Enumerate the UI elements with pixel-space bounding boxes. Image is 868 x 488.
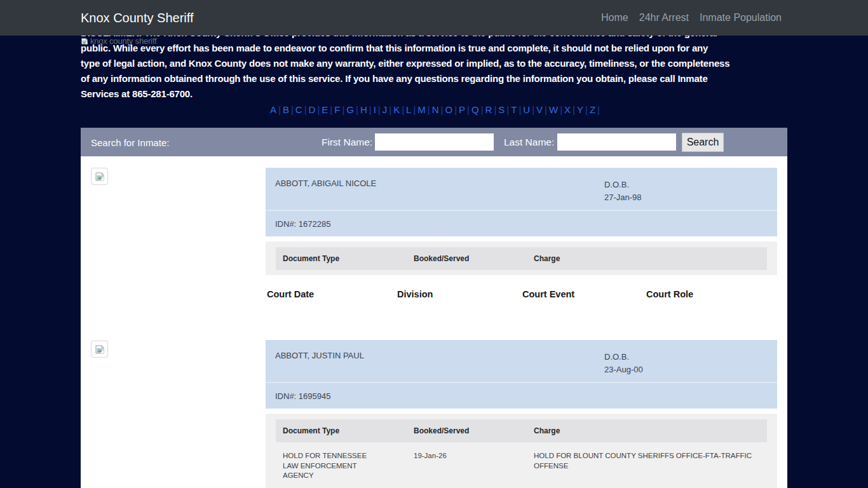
document-table: Document Type Booked/Served Charge	[266, 241, 777, 275]
dob-value: 23-Aug-00	[604, 363, 643, 376]
alphabet-separator: |	[304, 104, 307, 115]
last-name-label: Last Name:	[504, 137, 554, 148]
document-table: Document Type Booked/Served Charge HOLD …	[266, 414, 777, 488]
alphabet-link-o[interactable]: O	[443, 104, 454, 115]
alphabet-link-t[interactable]: T	[509, 104, 519, 115]
alphabet-link-v[interactable]: V	[534, 104, 545, 115]
record-header: ABBOTT, ABIGAIL NICOLE D.O.B. 27-Jan-98	[266, 168, 777, 210]
idn-value: IDN#: 1695945	[275, 391, 330, 401]
column-document-type: Document Type	[276, 254, 407, 263]
alphabet-index: A|B|C|D|E|F|G|H|I|J|K|L|M|N|O|P|Q|R|S|T|…	[81, 104, 787, 116]
inmate-idn: IDN#: 1695945	[266, 382, 777, 409]
alphabet-link-y[interactable]: Y	[575, 104, 585, 115]
alphabet-link-m[interactable]: M	[416, 104, 428, 115]
navbar-container: Knox County Sheriff Home 24hr Arrest Inm…	[81, 0, 787, 36]
nav-link-home[interactable]: Home	[601, 12, 628, 24]
navbar-links: Home 24hr Arrest Inmate Population	[601, 12, 787, 24]
document-table-header: Document Type Booked/Served Charge	[276, 247, 767, 270]
last-name-input[interactable]	[557, 133, 676, 151]
alphabet-link-e[interactable]: E	[320, 104, 330, 115]
alphabet-link-x[interactable]: X	[562, 104, 573, 115]
first-name-input[interactable]	[375, 133, 494, 151]
inmate-photo-broken-1	[91, 168, 108, 185]
column-charge: Charge	[527, 426, 767, 435]
alphabet-link-g[interactable]: G	[344, 104, 356, 115]
navbar: Knox County Sheriff Home 24hr Arrest Inm…	[0, 0, 868, 36]
search-title: Search for Inmate:	[91, 137, 169, 147]
document-type-value: HOLD FOR TENNESSEE LAW ENFORCEMENT AGENC…	[283, 451, 379, 481]
disclaimer: knox county sheriff DISCLAIMER: The Knox…	[81, 25, 787, 102]
dob-label: D.O.B.	[604, 179, 642, 191]
page-body: knox county sheriff DISCLAIMER: The Knox…	[81, 0, 787, 488]
disclaimer-line: public. While every effort has been made…	[81, 41, 787, 56]
results-area: ABBOTT, ABIGAIL NICOLE D.O.B. 27-Jan-98 …	[81, 156, 787, 488]
alphabet-link-d[interactable]: D	[307, 104, 318, 115]
table-row: HOLD FOR TENNESSEE LAW ENFORCEMENT AGENC…	[276, 442, 767, 488]
cell-booked-served: 19-Jan-26	[407, 451, 527, 481]
records-list: ABBOTT, ABIGAIL NICOLE D.O.B. 27-Jan-98 …	[266, 156, 777, 488]
inmate-record-2: ABBOTT, JUSTIN PAUL D.O.B. 23-Aug-00 IDN…	[266, 340, 777, 488]
alphabet-link-i[interactable]: I	[372, 104, 378, 115]
first-name-label: First Name:	[322, 137, 372, 148]
alphabet-link-n[interactable]: N	[430, 104, 441, 115]
broken-image-icon	[95, 172, 105, 182]
idn-value: IDN#: 1672285	[275, 219, 330, 229]
column-court-event: Court Event	[522, 289, 646, 299]
alphabet-link-q[interactable]: Q	[470, 104, 481, 115]
column-division: Division	[397, 289, 522, 299]
inmate-search-bar: Search for Inmate: First Name: Last Name…	[81, 128, 787, 156]
alphabet-separator: |	[481, 104, 484, 115]
inmate-idn: IDN#: 1672285	[266, 210, 777, 236]
inmate-dob: D.O.B. 23-Aug-00	[604, 351, 643, 376]
alphabet-link-h[interactable]: H	[358, 104, 369, 115]
column-booked-served: Booked/Served	[407, 426, 527, 435]
alphabet-link-u[interactable]: U	[521, 104, 532, 115]
record-header: ABBOTT, JUSTIN PAUL D.O.B. 23-Aug-00	[266, 340, 777, 382]
nav-link-24hr-arrest[interactable]: 24hr Arrest	[639, 12, 689, 24]
alphabet-link-l[interactable]: L	[404, 104, 413, 115]
cell-charge: HOLD FOR BLOUNT COUNTY SHERIFFS OFFICE-F…	[527, 451, 767, 481]
column-charge: Charge	[527, 254, 767, 263]
column-document-type: Document Type	[276, 426, 407, 435]
search-button[interactable]: Search	[682, 133, 724, 152]
alphabet-link-k[interactable]: K	[391, 104, 402, 115]
inmate-record-1: ABBOTT, ABIGAIL NICOLE D.O.B. 27-Jan-98 …	[266, 168, 777, 299]
alphabet-link-p[interactable]: P	[457, 104, 467, 115]
navbar-brand[interactable]: Knox County Sheriff	[81, 11, 194, 25]
dob-label: D.O.B.	[604, 351, 643, 363]
court-table-header: Court Date Division Court Event Court Ro…	[266, 289, 777, 299]
alphabet-link-z[interactable]: Z	[588, 104, 597, 115]
inmate-photo-broken-2	[91, 341, 108, 358]
column-court-role: Court Role	[646, 289, 777, 299]
alphabet-link-b[interactable]: B	[281, 104, 291, 115]
dob-value: 27-Jan-98	[604, 191, 642, 204]
broken-image-icon	[95, 344, 105, 355]
alphabet-separator: |	[597, 104, 600, 115]
alphabet-link-a[interactable]: A	[268, 104, 278, 115]
document-table-header: Document Type Booked/Served Charge	[276, 419, 767, 442]
column-court-date: Court Date	[267, 289, 397, 299]
disclaimer-line: of any information obtained through the …	[81, 71, 787, 86]
alphabet-link-c[interactable]: C	[294, 104, 304, 115]
alphabet-link-w[interactable]: W	[547, 104, 560, 115]
alphabet-link-j[interactable]: J	[381, 104, 390, 115]
inmate-name: ABBOTT, JUSTIN PAUL	[275, 351, 364, 360]
alphabet-link-r[interactable]: R	[484, 104, 494, 115]
inmate-name: ABBOTT, ABIGAIL NICOLE	[275, 179, 376, 188]
alphabet-link-s[interactable]: S	[496, 104, 506, 115]
inmate-dob: D.O.B. 27-Jan-98	[604, 179, 642, 204]
column-booked-served: Booked/Served	[407, 254, 527, 263]
nav-link-inmate-population[interactable]: Inmate Population	[700, 12, 782, 24]
disclaimer-line: Services at 865-281-6700.	[81, 86, 787, 102]
disclaimer-line: type of legal action, and Knox County do…	[81, 56, 787, 71]
alphabet-link-f[interactable]: F	[332, 104, 342, 115]
cell-document-type: HOLD FOR TENNESSEE LAW ENFORCEMENT AGENC…	[276, 451, 407, 481]
